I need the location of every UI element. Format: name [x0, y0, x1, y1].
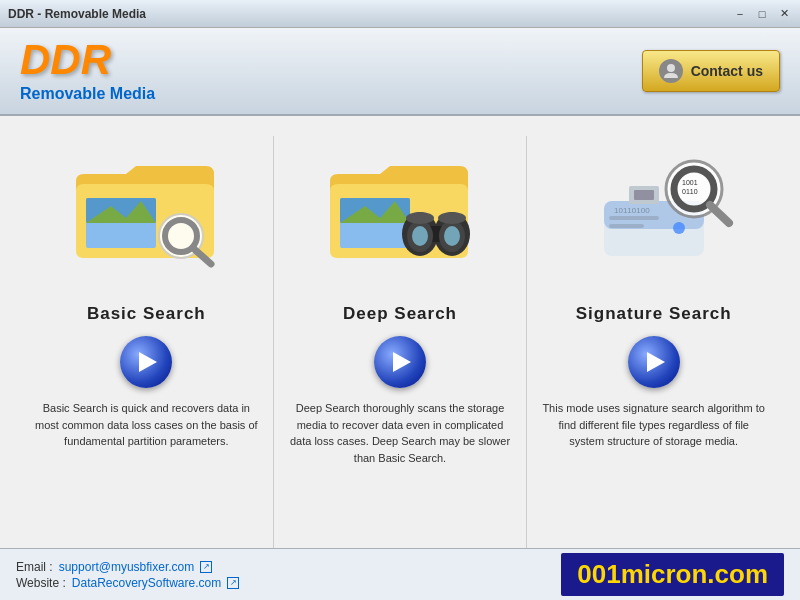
svg-point-15 [412, 226, 428, 246]
play-icon [139, 352, 157, 372]
basic-search-play-button[interactable] [120, 336, 172, 388]
deep-search-label: Deep Search [343, 304, 457, 324]
basic-search-icon-area [56, 136, 236, 296]
search-options: Basic Search Basic Search is quick and r… [0, 126, 800, 548]
svg-line-29 [710, 205, 729, 223]
close-button[interactable]: ✕ [776, 6, 792, 22]
signature-search-label: Signature Search [576, 304, 732, 324]
svg-text:10110100: 10110100 [614, 206, 650, 215]
header-brand: DDR Removable Media [20, 39, 155, 103]
app-title: DDR [20, 39, 155, 81]
website-row: Website : DataRecoverySoftware.com ↗ [16, 576, 239, 590]
title-bar: DDR - Removable Media − □ ✕ [0, 0, 800, 28]
website-external-icon: ↗ [227, 577, 239, 589]
deep-search-play-button[interactable] [374, 336, 426, 388]
svg-point-16 [444, 226, 460, 246]
window-title: DDR - Removable Media [8, 7, 146, 21]
svg-text:0110: 0110 [682, 188, 698, 195]
signature-search-play-button[interactable] [628, 336, 680, 388]
website-link[interactable]: DataRecoverySoftware.com [72, 576, 221, 590]
email-row: Email : support@myusbfixer.com ↗ [16, 560, 239, 574]
basic-search-description: Basic Search is quick and recovers data … [30, 400, 263, 450]
footer: Email : support@myusbfixer.com ↗ Website… [0, 548, 800, 600]
maximize-button[interactable]: □ [754, 6, 770, 22]
signature-search-option[interactable]: 10110100 1001 0110 Signature Search This… [527, 136, 780, 548]
main-content: Basic Search Basic Search is quick and r… [0, 116, 800, 548]
play-icon [393, 352, 411, 372]
contact-button[interactable]: Contact us [642, 50, 780, 92]
basic-search-option[interactable]: Basic Search Basic Search is quick and r… [20, 136, 274, 548]
deep-search-option[interactable]: Deep Search Deep Search thoroughly scans… [274, 136, 528, 548]
brand-label: 001micron.com [561, 553, 784, 596]
svg-rect-22 [634, 190, 654, 200]
app-subtitle: Removable Media [20, 85, 155, 103]
minimize-button[interactable]: − [732, 6, 748, 22]
header: DDR Removable Media Contact us [0, 28, 800, 116]
svg-point-23 [673, 222, 685, 234]
deep-search-description: Deep Search thoroughly scans the storage… [284, 400, 517, 466]
svg-point-0 [667, 64, 675, 72]
website-label: Website : [16, 576, 66, 590]
play-icon [647, 352, 665, 372]
svg-point-18 [438, 212, 466, 224]
basic-search-label: Basic Search [87, 304, 206, 324]
deep-search-icon-area [310, 136, 490, 296]
email-link[interactable]: support@myusbfixer.com [59, 560, 195, 574]
window-controls: − □ ✕ [732, 6, 792, 22]
signature-search-icon-area: 10110100 1001 0110 [564, 136, 744, 296]
contact-label: Contact us [691, 63, 763, 79]
email-external-icon: ↗ [200, 561, 212, 573]
svg-rect-25 [609, 224, 644, 228]
svg-text:1001: 1001 [682, 179, 698, 186]
footer-links: Email : support@myusbfixer.com ↗ Website… [16, 560, 239, 590]
svg-point-17 [406, 212, 434, 224]
signature-search-description: This mode uses signature search algorith… [537, 400, 770, 450]
email-label: Email : [16, 560, 53, 574]
svg-rect-24 [609, 216, 659, 220]
contact-icon [659, 59, 683, 83]
